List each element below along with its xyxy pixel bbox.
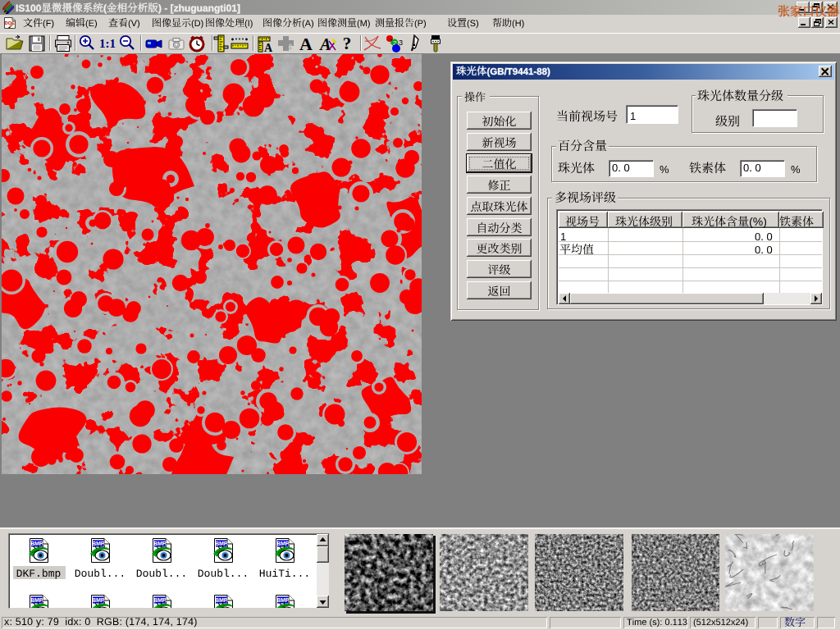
svg-text:BMP: BMP <box>153 597 167 603</box>
svg-text:BMP: BMP <box>153 541 167 546</box>
svg-text:BMP: BMP <box>276 597 290 603</box>
svg-text:?: ? <box>343 34 352 53</box>
svg-text:BMP: BMP <box>30 597 43 603</box>
svg-text:BMP: BMP <box>276 541 290 546</box>
svg-text:3: 3 <box>399 39 403 47</box>
svg-text:BMP: BMP <box>92 597 105 603</box>
svg-text:1:1: 1:1 <box>99 37 116 50</box>
svg-text:BMP: BMP <box>30 541 43 546</box>
svg-text:BMP: BMP <box>215 541 228 546</box>
svg-text:A: A <box>318 35 331 53</box>
svg-text:A: A <box>264 42 273 53</box>
svg-text:BMP: BMP <box>215 597 228 603</box>
svg-text:BMP: BMP <box>92 541 105 546</box>
svg-text:A: A <box>299 34 313 53</box>
